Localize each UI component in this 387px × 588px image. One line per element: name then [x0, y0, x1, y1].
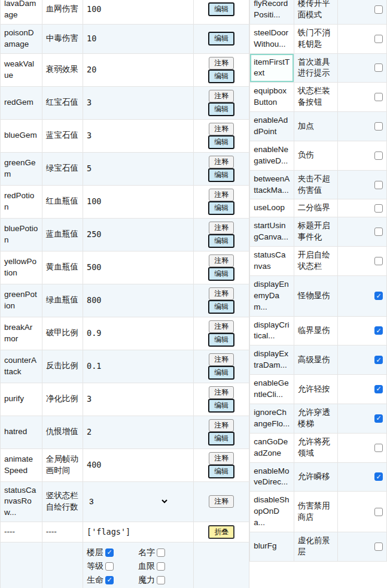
edit-button[interactable]: 编辑	[208, 432, 234, 445]
status-canvas-rows-select[interactable]: 3	[87, 496, 169, 507]
config-flag-checkbox[interactable]	[374, 356, 383, 364]
config-flag-checkbox[interactable]	[374, 414, 383, 423]
comment-button[interactable]: 注释	[209, 123, 234, 135]
config-value-cell[interactable]: 10	[83, 25, 194, 54]
edit-button[interactable]: 编辑	[208, 69, 234, 83]
config-flag-checkbox[interactable]	[374, 35, 383, 43]
comment-button[interactable]: 注释	[209, 156, 234, 168]
config-key-cell[interactable]: flyRecordPositi...	[249, 0, 294, 25]
comment-button[interactable]: 注释	[209, 189, 234, 201]
config-flag-checkbox[interactable]	[374, 326, 383, 335]
edit-button[interactable]: 编辑	[208, 102, 234, 116]
config-flag-checkbox[interactable]	[374, 508, 383, 516]
config-value-cell[interactable]: 20	[83, 54, 194, 87]
config-key-cell[interactable]: poisonDamage	[0, 25, 42, 54]
config-key-cell[interactable]: blueGem	[0, 120, 42, 153]
config-key-cell[interactable]: enableMoveDirec...	[249, 463, 294, 492]
config-key-cell[interactable]: statusCanvasRow...	[0, 482, 42, 523]
config-key-cell[interactable]: disableShopOnDa...	[249, 492, 294, 532]
comment-button[interactable]: 注释	[209, 254, 234, 267]
config-key-cell[interactable]: hatred	[0, 416, 42, 449]
config-key-cell[interactable]: equipboxButton	[249, 83, 294, 112]
edit-button[interactable]: 编辑	[208, 32, 234, 46]
edit-button[interactable]: 编辑	[208, 366, 234, 380]
config-value-cell[interactable]: 3	[83, 87, 194, 120]
config-key-cell[interactable]: redGem	[0, 87, 42, 120]
config-key-cell[interactable]: animateSpeed	[0, 449, 42, 482]
config-key-cell[interactable]: useLoop	[249, 199, 294, 217]
status-bar-item-checkbox[interactable]	[157, 576, 165, 584]
comment-button[interactable]: 注释	[209, 222, 234, 234]
config-flag-checkbox[interactable]	[374, 385, 383, 393]
config-key-cell[interactable]: blurFg	[249, 532, 294, 562]
config-key-cell[interactable]: redPotion	[0, 186, 42, 219]
config-value-cell[interactable]: 3	[83, 383, 194, 416]
status-bar-item-checkbox[interactable]	[157, 548, 165, 557]
comment-button[interactable]: 注释	[209, 287, 234, 300]
edit-button[interactable]: 编辑	[208, 267, 234, 281]
config-value-cell[interactable]: 2	[83, 416, 194, 449]
status-bar-item-checkbox[interactable]	[105, 576, 114, 584]
config-flag-checkbox[interactable]	[374, 93, 383, 101]
config-key-cell[interactable]: purify	[0, 383, 42, 416]
config-key-cell[interactable]: canGoDeadZone	[249, 434, 294, 463]
config-value-cell[interactable]: 3	[83, 120, 194, 153]
config-key-cell[interactable]: greenPotion	[0, 284, 42, 317]
comment-button[interactable]: 注释	[209, 353, 234, 366]
comment-button[interactable]: 注释	[209, 320, 234, 333]
config-key-cell[interactable]: weakValue	[0, 54, 42, 87]
edit-button[interactable]: 编辑	[208, 2, 234, 16]
config-key-cell[interactable]: bluePotion	[0, 219, 42, 251]
config-flag-checkbox[interactable]	[374, 63, 383, 72]
edit-button[interactable]: 编辑	[208, 168, 234, 182]
config-value-cell[interactable]: 0.1	[83, 350, 194, 383]
edit-button[interactable]: 编辑	[208, 201, 234, 215]
status-bar-item-checkbox[interactable]	[105, 562, 114, 571]
config-flag-checkbox[interactable]	[374, 228, 383, 236]
config-key-cell[interactable]: displayEnemyDam...	[249, 276, 294, 317]
config-flag-checkbox[interactable]	[374, 204, 383, 213]
config-key-cell[interactable]: enableNegativeD...	[249, 141, 294, 171]
config-key-cell[interactable]: statusCanvas	[249, 247, 294, 276]
config-value-cell[interactable]: 500	[83, 251, 194, 284]
comment-button[interactable]: 注释	[209, 90, 234, 102]
comment-button[interactable]: 注释	[209, 495, 234, 508]
config-key-cell[interactable]: breakArmor	[0, 317, 42, 350]
edit-button[interactable]: 编辑	[208, 399, 234, 413]
config-key-cell[interactable]: betweenAttackMa...	[249, 171, 294, 200]
config-value-cell[interactable]: 5	[83, 153, 194, 186]
config-key-cell[interactable]: displayExtraDam...	[249, 345, 294, 375]
comment-button[interactable]: 注释	[209, 419, 234, 432]
collapse-button[interactable]: 折叠	[208, 525, 234, 539]
config-flag-checkbox[interactable]	[374, 472, 383, 481]
config-key-cell[interactable]: enableAddPoint	[249, 112, 294, 141]
config-value-cell[interactable]: 100	[83, 186, 194, 219]
config-key-cell[interactable]: statusBarItems	[0, 542, 42, 588]
config-flag-checkbox[interactable]	[374, 542, 383, 551]
config-flag-checkbox[interactable]	[374, 444, 383, 452]
comment-button[interactable]: 注释	[209, 452, 234, 465]
edit-button[interactable]: 编辑	[208, 234, 234, 248]
config-key-cell[interactable]: lavaDamage	[0, 0, 42, 25]
edit-button[interactable]: 编辑	[208, 300, 234, 314]
config-key-cell[interactable]: counterAttack	[0, 350, 42, 383]
config-flag-checkbox[interactable]	[374, 292, 383, 300]
config-value-cell[interactable]: 100	[83, 0, 194, 25]
config-key-cell[interactable]: itemFirstText	[249, 54, 294, 83]
config-flag-checkbox[interactable]	[374, 122, 383, 131]
config-flag-checkbox[interactable]	[374, 257, 383, 265]
edit-button[interactable]: 编辑	[208, 333, 234, 347]
config-value-cell[interactable]: 800	[83, 284, 194, 317]
config-key-cell[interactable]: startUsingCanva...	[249, 217, 294, 247]
config-key-cell[interactable]: ----	[0, 522, 42, 542]
config-key-cell[interactable]: greenGem	[0, 153, 42, 186]
config-key-cell[interactable]: enableGentleCli...	[249, 375, 294, 404]
config-value-cell[interactable]: 250	[83, 219, 194, 251]
config-value-cell[interactable]: 0.9	[83, 317, 194, 350]
config-key-cell[interactable]: steelDoorWithou...	[249, 25, 294, 54]
edit-button[interactable]: 编辑	[208, 465, 234, 478]
config-key-cell[interactable]: displayCritical...	[249, 317, 294, 346]
config-value-cell[interactable]: ['flags']	[83, 522, 194, 542]
config-flag-checkbox[interactable]	[374, 5, 383, 14]
status-bar-item-checkbox[interactable]	[105, 548, 114, 557]
